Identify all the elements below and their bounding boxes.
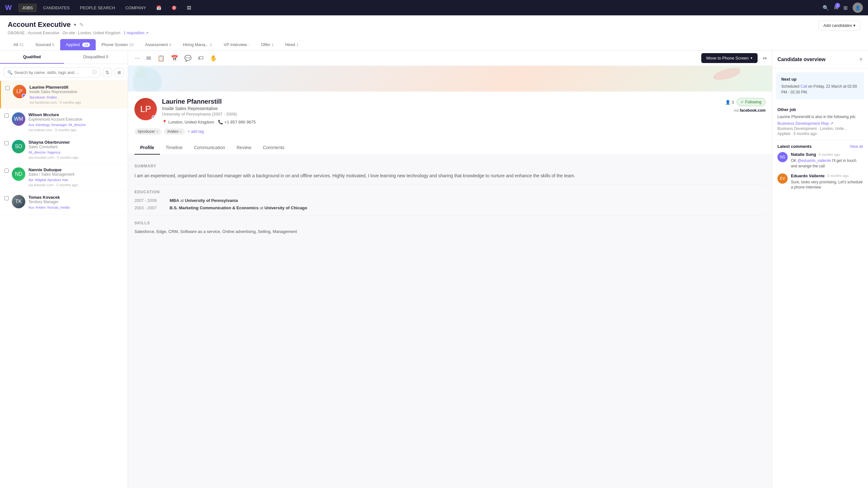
tag[interactable]: #manager [51, 123, 67, 127]
panel-toggle-button[interactable]: ⇔ [763, 55, 767, 61]
search-box[interactable]: 🔍 ⓘ [4, 67, 100, 77]
other-job-link[interactable]: Business Development Rep ↗ [777, 121, 863, 126]
remove-tag-icon[interactable]: × [180, 130, 182, 133]
tab-sourced[interactable]: Sourced 6 [30, 39, 60, 50]
qualified-tabs: Qualified Disqualified 0 [0, 51, 128, 64]
tab-timeline[interactable]: Timeline [160, 141, 188, 155]
next-up-title: Next up [781, 77, 859, 82]
edit-icon[interactable]: ✎ [80, 22, 84, 28]
view-all-button[interactable]: View all [850, 144, 863, 149]
tab-all[interactable]: All 41 [8, 39, 30, 50]
tab-phone-screen[interactable]: Phone Screen 10 [96, 39, 139, 50]
tag[interactable]: #ux [29, 123, 34, 127]
candidate-role: Experienced Account Executive [29, 117, 123, 122]
sort-button[interactable]: ⇅ [103, 68, 112, 77]
tab-hiring-manager[interactable]: Hiring Mana... 1 [177, 39, 218, 50]
notifications-icon[interactable]: ✉ 1 [834, 5, 838, 11]
email-button[interactable]: ✉ [144, 54, 153, 63]
checkmark-icon: ✓ [741, 100, 744, 104]
nav-media-icon[interactable]: 🖼 [183, 3, 195, 12]
other-job-detail: Business Development · London, Unite... [777, 126, 863, 131]
candidate-checkbox[interactable] [4, 113, 9, 118]
candidate-list: LP Laurine Pfannerstill Inside Sales Rep… [0, 81, 128, 488]
candidate-item[interactable]: LP Laurine Pfannerstill Inside Sales Rep… [0, 81, 128, 108]
tab-hired[interactable]: Hired 1 [279, 39, 304, 50]
other-job-section: Other job Laurine Pfannerstill is also i… [772, 103, 868, 140]
apps-icon[interactable]: ⊞ [843, 5, 847, 11]
candidate-checkbox[interactable] [4, 169, 9, 173]
tag[interactable]: #product [48, 178, 61, 182]
candidate-item[interactable]: TK Tomas Kovacek Territory Manager #ux #… [0, 191, 128, 215]
notification-badge: 1 [835, 3, 840, 8]
via-source: via facebook.com [725, 108, 766, 112]
user-avatar[interactable]: 👤 [852, 3, 863, 13]
nav-people-search[interactable]: PEOPLE SEARCH [76, 3, 119, 12]
nav-calendar-icon[interactable]: 📅 [152, 3, 165, 12]
tag[interactable]: #video [35, 205, 46, 209]
candidate-item[interactable]: WM Wilson Mcclure Experienced Account Ex… [0, 108, 128, 136]
nav-company[interactable]: COMPANY [121, 3, 150, 12]
tag[interactable]: #ux [29, 205, 34, 209]
nav-jobs[interactable]: JOBS [18, 3, 37, 12]
tag[interactable]: #video [47, 95, 57, 99]
nav-candidates[interactable]: CANDIDATES [39, 3, 73, 12]
qualified-tab[interactable]: Qualified [0, 51, 64, 64]
remove-tag-icon[interactable]: × [156, 130, 158, 133]
title-chevron-icon[interactable]: ▾ [74, 22, 76, 27]
search-icon[interactable]: 🔍 [823, 5, 829, 11]
tag[interactable]: #social_media [47, 205, 69, 209]
candidate-education: University of Pennsylvania (2007 - 2009) [162, 112, 720, 117]
candidate-item[interactable]: ND Nannie Dubuque Sales / Sales Manageme… [0, 164, 128, 191]
tag[interactable]: #producer [29, 95, 45, 99]
profile-tag[interactable]: #video × [164, 128, 185, 135]
tab-applied[interactable]: Applied 18 [60, 39, 96, 50]
calendar-button[interactable]: 📅 [169, 54, 180, 63]
skills-text: Salesforce, Edge, CRM, Software as a ser… [134, 229, 766, 234]
tag[interactable]: #strategy [35, 123, 50, 127]
tab-assessment[interactable]: Assessment 4 [140, 39, 177, 50]
tag[interactable]: #it_director [29, 151, 46, 154]
comment-text: OK @eduardo_vallente I'll get in touch a… [791, 158, 863, 169]
call-link[interactable]: Call [801, 84, 807, 89]
tab-profile[interactable]: Profile [134, 141, 160, 155]
reject-button[interactable]: ✋ [208, 54, 219, 63]
education-entry: 2003 - 2007 B.S. Marketing Communication… [134, 205, 766, 210]
tag[interactable]: #ae [62, 178, 68, 182]
tag[interactable]: #pr [29, 178, 34, 182]
tab-offer[interactable]: Offer 1 [255, 39, 280, 50]
candidate-item[interactable]: SO Shayna Oberbrunner Sales Consultant #… [0, 136, 128, 164]
tab-review[interactable]: Review [231, 141, 257, 155]
candidate-detail-panel: ··· ✉ 📋 📅 💬 🏷 ✋ Move to Phone Screen ▾ ⇔ [128, 51, 772, 488]
tab-comments[interactable]: Comments [257, 141, 290, 155]
tag[interactable]: #digital [35, 178, 46, 182]
mention-link[interactable]: @eduardo_vallente [798, 158, 831, 163]
requisition-link[interactable]: 1 requisition ↗ [124, 31, 149, 35]
tab-communication[interactable]: Communication [188, 141, 231, 155]
chat-button[interactable]: 💬 [182, 54, 193, 63]
education-title: EDUCATION [134, 190, 766, 194]
candidate-checkbox[interactable] [5, 86, 9, 90]
more-options-button[interactable]: ··· [133, 54, 142, 63]
tag[interactable]: #agency [47, 151, 61, 154]
disqualified-tab[interactable]: Disqualified 0 [64, 51, 128, 64]
add-tag-button[interactable]: + add tag [188, 129, 204, 134]
add-candidates-button[interactable]: Add candidates ▾ [818, 21, 860, 30]
profile-tag[interactable]: #producer × [134, 128, 161, 135]
search-input[interactable] [14, 70, 90, 75]
candidate-checkbox[interactable] [4, 196, 9, 200]
candidate-name: Laurine Pfannerstill [29, 85, 123, 90]
documents-button[interactable]: 📋 [156, 54, 166, 63]
move-to-phone-screen-button[interactable]: Move to Phone Screen ▾ [701, 53, 757, 63]
following-button[interactable]: ✓ Following [737, 98, 766, 106]
nav-analytics-icon[interactable]: 🎯 [168, 3, 181, 12]
stage-tabs: All 41 Sourced 6 Applied 18 Phone Screen… [8, 39, 860, 50]
filter-button[interactable]: ⊞ [115, 68, 124, 77]
tag[interactable]: #it_director [68, 123, 86, 127]
candidate-checkbox[interactable] [4, 141, 9, 145]
candidate-info: Nannie Dubuque Sales / Sales Management … [29, 167, 123, 187]
candidate-source: via linkedin.com · 5 months ago [29, 183, 123, 187]
tab-vp-interview[interactable]: VP Interview - [218, 39, 255, 50]
tag-button[interactable]: 🏷 [196, 54, 206, 63]
close-panel-button[interactable]: × [859, 56, 863, 63]
followers-row: 👤 3 ✓ Following [725, 98, 766, 106]
